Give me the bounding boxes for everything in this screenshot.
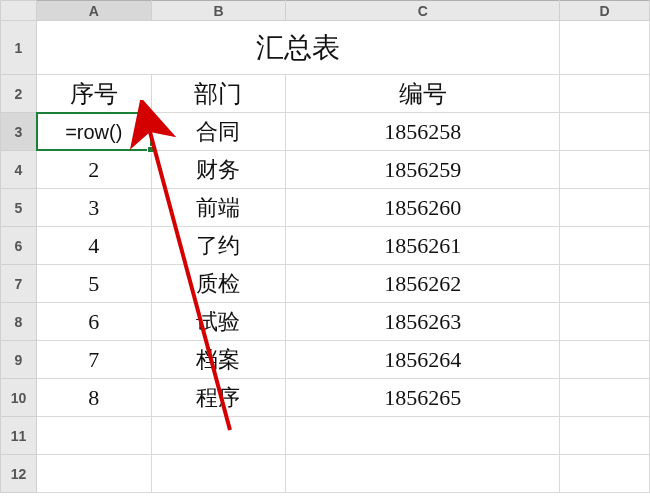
cell[interactable] <box>151 417 286 455</box>
cell[interactable]: 2 <box>36 151 151 189</box>
cell[interactable]: 程序 <box>151 379 286 417</box>
cell[interactable]: 1856258 <box>286 113 560 151</box>
cell[interactable]: 1856264 <box>286 341 560 379</box>
cell[interactable] <box>560 189 650 227</box>
cell[interactable]: 3 <box>36 189 151 227</box>
cell[interactable] <box>560 265 650 303</box>
header-code[interactable]: 编号 <box>286 75 560 113</box>
column-header-D[interactable]: D <box>560 1 650 21</box>
row-header[interactable]: 4 <box>1 151 37 189</box>
cell[interactable] <box>560 75 650 113</box>
cell[interactable] <box>560 151 650 189</box>
cell[interactable]: 4 <box>36 227 151 265</box>
row-header[interactable]: 6 <box>1 227 37 265</box>
column-header-A[interactable]: A <box>36 1 151 21</box>
cell[interactable]: 1856262 <box>286 265 560 303</box>
select-all-corner[interactable] <box>1 1 37 21</box>
row-header[interactable]: 1 <box>1 21 37 75</box>
cell[interactable] <box>36 417 151 455</box>
cell[interactable] <box>560 341 650 379</box>
header-seq[interactable]: 序号 <box>36 75 151 113</box>
cell[interactable] <box>151 455 286 493</box>
cell[interactable]: 1856261 <box>286 227 560 265</box>
cell[interactable] <box>560 417 650 455</box>
cell[interactable]: 7 <box>36 341 151 379</box>
cell[interactable] <box>560 21 650 75</box>
cell[interactable] <box>560 113 650 151</box>
column-header-C[interactable]: C <box>286 1 560 21</box>
cell[interactable] <box>286 417 560 455</box>
cell[interactable] <box>560 227 650 265</box>
cell[interactable] <box>560 455 650 493</box>
cell[interactable]: 6 <box>36 303 151 341</box>
row-header[interactable]: 12 <box>1 455 37 493</box>
cell[interactable]: 试验 <box>151 303 286 341</box>
row-header[interactable]: 10 <box>1 379 37 417</box>
cell[interactable]: 1856260 <box>286 189 560 227</box>
row-header[interactable]: 2 <box>1 75 37 113</box>
cell[interactable]: 档案 <box>151 341 286 379</box>
cell[interactable] <box>286 455 560 493</box>
cell[interactable] <box>560 303 650 341</box>
cell[interactable] <box>36 455 151 493</box>
row-header[interactable]: 5 <box>1 189 37 227</box>
spreadsheet-grid: A B C D 1 汇总表 2 序号 部门 编号 3 =row() 合同 185… <box>0 0 650 493</box>
row-header[interactable]: 11 <box>1 417 37 455</box>
cell[interactable]: 8 <box>36 379 151 417</box>
row-header[interactable]: 7 <box>1 265 37 303</box>
header-dept[interactable]: 部门 <box>151 75 286 113</box>
formula-text: =row() <box>65 121 122 143</box>
cell[interactable]: 合同 <box>151 113 286 151</box>
column-header-B[interactable]: B <box>151 1 286 21</box>
cell[interactable]: 1856263 <box>286 303 560 341</box>
row-header[interactable]: 3 <box>1 113 37 151</box>
row-header[interactable]: 8 <box>1 303 37 341</box>
active-cell-A3[interactable]: =row() <box>36 113 151 151</box>
cell[interactable]: 1856265 <box>286 379 560 417</box>
row-header[interactable]: 9 <box>1 341 37 379</box>
cell[interactable]: 前端 <box>151 189 286 227</box>
cell[interactable]: 质检 <box>151 265 286 303</box>
cell[interactable]: 1856259 <box>286 151 560 189</box>
cell[interactable]: 了约 <box>151 227 286 265</box>
cell[interactable] <box>560 379 650 417</box>
cell[interactable]: 5 <box>36 265 151 303</box>
cell[interactable]: 财务 <box>151 151 286 189</box>
title-cell[interactable]: 汇总表 <box>36 21 559 75</box>
